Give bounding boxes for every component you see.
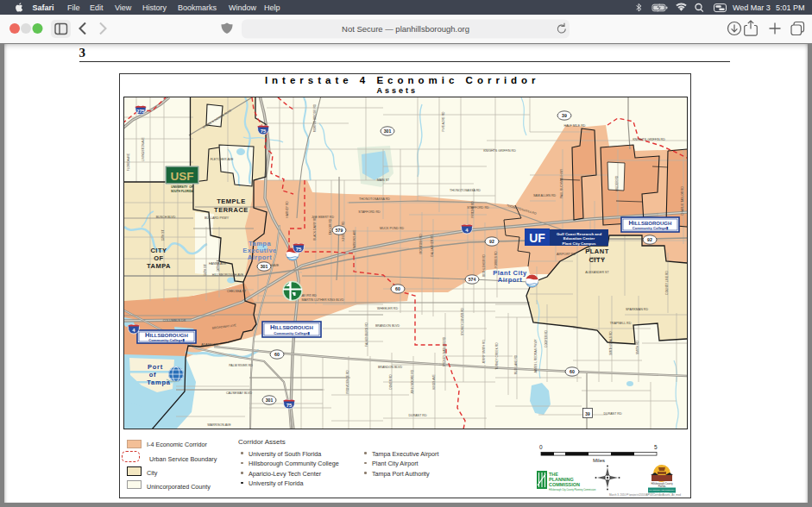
svg-text:574: 574 bbox=[469, 277, 476, 282]
svg-text:View: View bbox=[115, 3, 132, 12]
svg-text:TAYLOR RD: TAYLOR RD bbox=[329, 218, 332, 235]
svg-text:Wed Mar 3: Wed Mar 3 bbox=[733, 3, 771, 12]
svg-text:TERRACE: TERRACE bbox=[214, 206, 249, 214]
svg-text:MARTIN LUTHER KING BLVD: MARTIN LUTHER KING BLVD bbox=[302, 298, 344, 302]
svg-text:SAM ALLEN RD: SAM ALLEN RD bbox=[533, 194, 557, 197]
svg-text:CAUSEWAY BLVD: CAUSEWAY BLVD bbox=[226, 391, 253, 395]
svg-text:Gulf Coast Research and: Gulf Coast Research and bbox=[557, 231, 602, 235]
svg-text:WILDER RD: WILDER RD bbox=[615, 175, 619, 191]
svg-text:DURANT RD: DURANT RD bbox=[603, 412, 622, 416]
svg-text:CITY: CITY bbox=[150, 247, 167, 254]
svg-text:Education Center: Education Center bbox=[563, 236, 595, 241]
svg-text:Airport: Airport bbox=[248, 254, 273, 261]
svg-text:UNIVERSITY OF: UNIVERSITY OF bbox=[171, 185, 192, 189]
svg-text:GALLAGHER RD: GALLAGHER RD bbox=[431, 234, 434, 256]
svg-text:92: 92 bbox=[647, 237, 652, 242]
svg-text:LIVINGSTON AVE: LIVINGSTON AVE bbox=[142, 136, 145, 160]
svg-text:301: 301 bbox=[266, 397, 274, 403]
svg-text:CITY: CITY bbox=[589, 256, 605, 264]
svg-text:ADAMO DR: ADAMO DR bbox=[201, 343, 218, 347]
svg-text:JAMES L REDMAN PKWY: JAMES L REDMAN PKWY bbox=[534, 338, 538, 372]
svg-text:BLACK DAIRY RD: BLACK DAIRY RD bbox=[313, 216, 317, 240]
svg-text:15TH ST: 15TH ST bbox=[161, 229, 165, 241]
svg-text:HALF MILE RD: HALF MILE RD bbox=[564, 124, 586, 128]
svg-text:History: History bbox=[142, 3, 167, 12]
svg-text:PARSONS AVE: PARSONS AVE bbox=[353, 228, 356, 249]
svg-text:THONOTOSASSA RD: THONOTOSASSA RD bbox=[450, 189, 481, 192]
svg-text:Bookmarks: Bookmarks bbox=[178, 3, 217, 12]
svg-text:PROVIDENCE RD: PROVIDENCE RD bbox=[346, 369, 349, 393]
svg-text:TRAPNELL RD: TRAPNELL RD bbox=[610, 322, 632, 325]
svg-text:USF: USF bbox=[171, 170, 194, 183]
svg-text:TURKEY CREEK RD: TURKEY CREEK RD bbox=[495, 341, 499, 369]
svg-text:Port: Port bbox=[148, 363, 163, 371]
svg-text:301: 301 bbox=[261, 264, 268, 269]
svg-text:BUSCH BLVD: BUSCH BLVD bbox=[156, 216, 176, 219]
svg-text:File: File bbox=[67, 3, 80, 12]
svg-text:JOHN MOORE RD: JOHN MOORE RD bbox=[411, 369, 414, 394]
svg-text:KINGS AVE: KINGS AVE bbox=[432, 373, 436, 389]
svg-text:BRANDON BLVD: BRANDON BLVD bbox=[378, 366, 402, 369]
svg-text:MUCK POND RD: MUCK POND RD bbox=[380, 227, 405, 230]
svg-text:60: 60 bbox=[395, 286, 400, 291]
svg-text:TEMPLE: TEMPLE bbox=[217, 197, 245, 205]
svg-text:CHARLIE TAYLOR RD: CHARLIE TAYLOR RD bbox=[681, 185, 684, 215]
svg-text:HILLSBOROUGH AVE: HILLSBOROUGH AVE bbox=[212, 273, 244, 277]
svg-text:OF: OF bbox=[154, 254, 163, 262]
svg-text:of: of bbox=[149, 371, 157, 379]
svg-text:HILLSBOROUGH: HILLSBOROUGH bbox=[270, 323, 313, 331]
svg-text:MORRIS BRIDGE RD: MORRIS BRIDGE RD bbox=[313, 103, 317, 132]
svg-text:HARNEY RD: HARNEY RD bbox=[286, 200, 289, 217]
svg-text:SYDNEY WASHER RD: SYDNEY WASHER RD bbox=[443, 336, 446, 366]
svg-text:Airport: Airport bbox=[498, 276, 523, 284]
svg-text:ALEXANDER ST: ALEXANDER ST bbox=[585, 271, 609, 274]
svg-text:5:01 PM: 5:01 PM bbox=[776, 3, 805, 12]
svg-text:JERRY SMITH RD: JERRY SMITH RD bbox=[482, 339, 486, 363]
svg-text:MAIN ST: MAIN ST bbox=[377, 178, 390, 182]
svg-text:Community College▮: Community College▮ bbox=[633, 226, 669, 230]
svg-text:PLANT: PLANT bbox=[585, 247, 609, 255]
svg-text:SOUTH FLORIDA: SOUTH FLORIDA bbox=[171, 190, 194, 193]
svg-text:75: 75 bbox=[261, 128, 267, 133]
svg-text:PAUL BUCHMAN HWY: PAUL BUCHMAN HWY bbox=[560, 167, 563, 197]
svg-text:Edit: Edit bbox=[90, 3, 104, 12]
svg-text:BRANDON BLVD: BRANDON BLVD bbox=[375, 324, 400, 328]
svg-text:Not Secure — planhillsborough.: Not Secure — planhillsborough.org bbox=[342, 24, 469, 34]
svg-text:TAMPA: TAMPA bbox=[147, 262, 171, 270]
svg-text:Window: Window bbox=[229, 3, 257, 12]
svg-text:75: 75 bbox=[286, 402, 293, 407]
svg-text:579: 579 bbox=[336, 228, 343, 233]
svg-text:SMITH RYALS RD: SMITH RYALS RD bbox=[609, 330, 613, 354]
svg-text:56TH ST: 56TH ST bbox=[204, 264, 207, 275]
svg-text:COLUMBUS DR: COLUMBUS DR bbox=[163, 319, 186, 322]
svg-text:WHEELER RD: WHEELER RD bbox=[377, 307, 398, 310]
svg-text:COOPER RD: COOPER RD bbox=[544, 329, 548, 347]
svg-text:SMITH RD: SMITH RD bbox=[636, 340, 639, 354]
svg-text:Help: Help bbox=[264, 3, 280, 12]
svg-text:75: 75 bbox=[296, 246, 302, 251]
svg-text:FLORIDA AVE: FLORIDA AVE bbox=[127, 153, 130, 171]
svg-text:39: 39 bbox=[585, 411, 590, 416]
svg-text:DOVER RD: DOVER RD bbox=[389, 373, 393, 389]
svg-text:PALM RIVER RD: PALM RIVER RD bbox=[229, 364, 253, 367]
svg-text:KNIGHTS GRIFFIN RD: KNIGHTS GRIFFIN RD bbox=[633, 138, 665, 141]
svg-text:SYDNEY DOVER RD: SYDNEY DOVER RD bbox=[461, 307, 464, 335]
svg-text:FALKENBURG RD: FALKENBURG RD bbox=[365, 322, 368, 346]
svg-text:SPARKMAN RD: SPARKMAN RD bbox=[626, 308, 648, 311]
svg-text:DURANT RD: DURANT RD bbox=[408, 414, 427, 417]
svg-text:92: 92 bbox=[489, 239, 494, 244]
svg-text:Safari: Safari bbox=[33, 3, 54, 12]
svg-text:Community College▮: Community College▮ bbox=[274, 331, 310, 335]
svg-text:FORBES RD: FORBES RD bbox=[494, 250, 498, 267]
svg-text:MUD LAKE RD: MUD LAKE RD bbox=[514, 354, 518, 374]
svg-text:301: 301 bbox=[384, 128, 392, 134]
svg-text:STAFFORD RD: STAFFORD RD bbox=[358, 210, 381, 214]
svg-text:FLETCHER AVE: FLETCHER AVE bbox=[211, 158, 234, 161]
svg-text:KNIGHTS GRIFFIN RD: KNIGHTS GRIFFIN RD bbox=[483, 149, 516, 153]
svg-text:275: 275 bbox=[136, 108, 145, 113]
svg-text:39: 39 bbox=[562, 113, 567, 118]
svg-text:FIVE ACRE RD: FIVE ACRE RD bbox=[442, 110, 445, 131]
svg-text:60: 60 bbox=[274, 352, 280, 357]
svg-text:BETHLEHEM RD: BETHLEHEM RD bbox=[482, 254, 486, 276]
svg-text:WARRISON AVE: WARRISON AVE bbox=[207, 423, 231, 427]
